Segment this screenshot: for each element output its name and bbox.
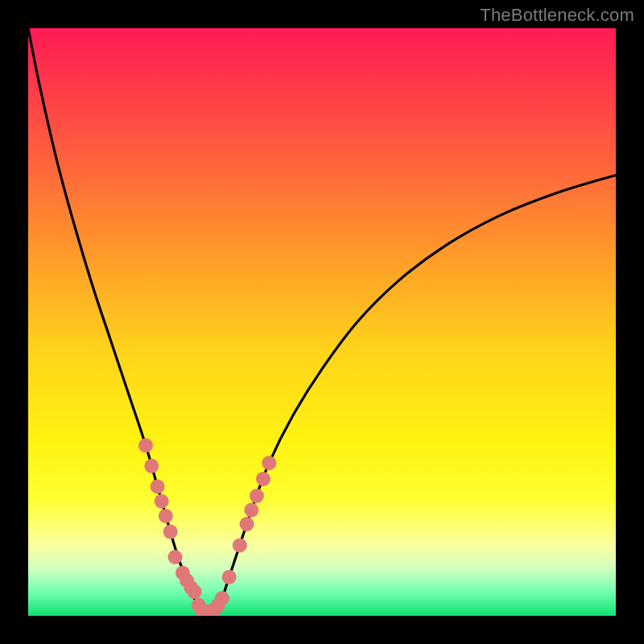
data-point (159, 509, 173, 523)
data-point (250, 489, 264, 503)
plot-area (28, 28, 616, 616)
data-point (138, 438, 153, 452)
data-point (233, 538, 247, 552)
data-point (215, 591, 229, 605)
data-point (222, 570, 237, 584)
dot-layer (138, 438, 276, 616)
data-point (163, 525, 178, 539)
outer-frame: TheBottleneck.com (0, 0, 644, 644)
watermark-text: TheBottleneck.com (480, 5, 634, 26)
data-point (188, 584, 202, 599)
data-point (151, 479, 165, 493)
data-point (168, 550, 183, 564)
bottleneck-curve (28, 28, 616, 613)
data-point (240, 517, 254, 531)
data-point (144, 459, 159, 473)
data-point (155, 494, 169, 509)
chart-svg (28, 28, 616, 616)
data-point (262, 456, 276, 470)
data-point (244, 503, 258, 518)
data-point (256, 472, 270, 486)
